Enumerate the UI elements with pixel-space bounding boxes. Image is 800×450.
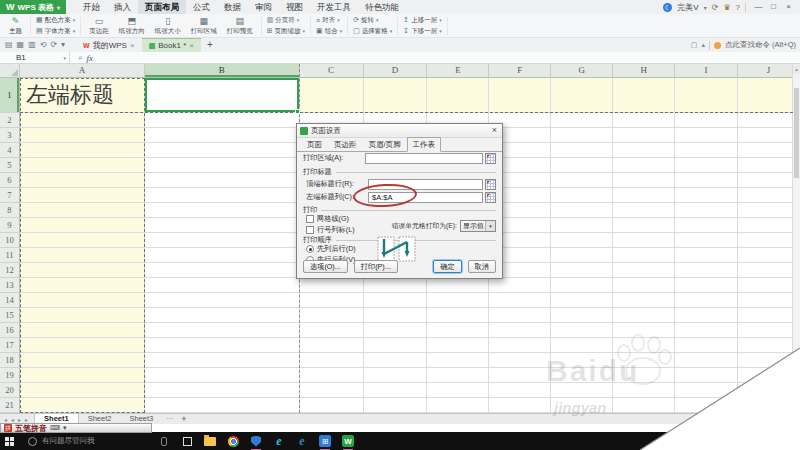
ime-label[interactable]: 五笔拼音 <box>15 423 47 434</box>
cell-D14[interactable] <box>364 293 428 308</box>
cell-I20[interactable] <box>675 383 738 398</box>
cell-B11[interactable] <box>145 248 300 263</box>
window-icon[interactable]: ▢ <box>691 41 698 49</box>
cell-I18[interactable] <box>675 353 738 368</box>
cell-G5[interactable] <box>551 158 613 173</box>
cell-G13[interactable] <box>551 278 613 293</box>
cell-H3[interactable] <box>613 128 675 143</box>
cell-I8[interactable] <box>675 203 738 218</box>
column-header-E[interactable]: E <box>427 64 489 78</box>
cell-A3[interactable] <box>20 128 145 143</box>
task-view-icon[interactable] <box>183 437 192 446</box>
ribbon-item-组合[interactable]: ▣组合▾ <box>314 26 344 36</box>
cell-A12[interactable] <box>20 263 145 278</box>
cell-C18[interactable] <box>300 353 364 368</box>
chrome-icon[interactable] <box>228 436 239 447</box>
menu-tab-审阅[interactable]: 审阅 <box>248 0 279 14</box>
menu-tab-页面布局[interactable]: 页面布局 <box>138 0 186 14</box>
row-header-13[interactable]: 13 <box>0 278 20 293</box>
maximize-button[interactable]: □ <box>766 0 781 14</box>
menu-tab-插入[interactable]: 插入 <box>107 0 138 14</box>
cell-G10[interactable] <box>551 233 613 248</box>
cell-J8[interactable] <box>738 203 800 218</box>
cell-F1[interactable] <box>489 78 551 113</box>
cell-F21[interactable] <box>489 398 551 413</box>
menu-tab-开始[interactable]: 开始 <box>76 0 107 14</box>
cell-H2[interactable] <box>613 113 675 128</box>
minimize-button[interactable]: — <box>751 0 766 14</box>
cell-B16[interactable] <box>145 323 300 338</box>
cell-H4[interactable] <box>613 143 675 158</box>
close-icon[interactable]: × <box>490 124 499 137</box>
cell-H1[interactable] <box>613 78 675 113</box>
close-icon[interactable]: × <box>130 41 135 50</box>
cell-A15[interactable] <box>20 308 145 323</box>
row-header-12[interactable]: 12 <box>0 263 20 278</box>
print-button[interactable]: 打印(P)... <box>354 260 398 273</box>
cell-J19[interactable] <box>738 368 800 383</box>
cell-H17[interactable] <box>613 338 675 353</box>
cancel-button[interactable]: 取消 <box>468 260 496 273</box>
ribbon-item-下移一层[interactable]: ↧下移一层▾ <box>401 26 443 36</box>
cell-A16[interactable] <box>20 323 145 338</box>
cell-I16[interactable] <box>675 323 738 338</box>
ribbon-item-选择窗格[interactable]: ▢选择窗格▾ <box>351 26 394 36</box>
row-header-7[interactable]: 7 <box>0 188 20 203</box>
cell-A17[interactable] <box>20 338 145 353</box>
cell-A9[interactable] <box>20 218 145 233</box>
cell-F14[interactable] <box>489 293 551 308</box>
cell-C17[interactable] <box>300 338 364 353</box>
scrollbar-thumb[interactable] <box>794 88 799 178</box>
dialog-tab-sheet[interactable]: 工作表 <box>407 137 442 152</box>
cell-C13[interactable] <box>300 278 364 293</box>
cell-B18[interactable] <box>145 353 300 368</box>
vip-icon[interactable]: ♛ <box>723 3 730 12</box>
cell-H21[interactable] <box>613 398 675 413</box>
cell-I10[interactable] <box>675 233 738 248</box>
row-col-checkbox[interactable] <box>306 226 314 234</box>
row-header-11[interactable]: 11 <box>0 248 20 263</box>
cell-J1[interactable] <box>738 78 800 113</box>
close-button[interactable]: × <box>781 0 796 14</box>
vertical-scrollbar[interactable]: ▴ <box>792 64 800 413</box>
cell-J16[interactable] <box>738 323 800 338</box>
row-header-6[interactable]: 6 <box>0 173 20 188</box>
cell-G8[interactable] <box>551 203 613 218</box>
print-icon[interactable]: ▥ <box>28 38 36 52</box>
cell-B12[interactable] <box>145 263 300 278</box>
taskbar-search[interactable]: 有问题尽管问我 <box>24 432 153 450</box>
cell-H7[interactable] <box>613 188 675 203</box>
row-header-1[interactable]: 1 <box>0 78 20 113</box>
cell-G18[interactable] <box>551 353 613 368</box>
row-header-18[interactable]: 18 <box>0 353 20 368</box>
cell-A4[interactable] <box>20 143 145 158</box>
cell-F15[interactable] <box>489 308 551 323</box>
cell-B7[interactable] <box>145 188 300 203</box>
cell-J9[interactable] <box>738 218 800 233</box>
row-header-2[interactable]: 2 <box>0 113 20 128</box>
row-header-14[interactable]: 14 <box>0 293 20 308</box>
cell-C21[interactable] <box>300 398 364 413</box>
row-header-4[interactable]: 4 <box>0 143 20 158</box>
ribbon-item-上移一层[interactable]: ↥上移一层▾ <box>401 15 443 25</box>
ribbon-item-分页符[interactable]: ▥分页符▾ <box>265 15 307 25</box>
cell-G20[interactable] <box>551 383 613 398</box>
cell-E20[interactable] <box>427 383 489 398</box>
new-tab-button[interactable]: + <box>201 38 219 52</box>
cell-A20[interactable] <box>20 383 145 398</box>
save-icon[interactable]: ▦ <box>17 38 25 52</box>
cell-E13[interactable] <box>427 278 489 293</box>
cell-I6[interactable] <box>675 173 738 188</box>
fill-handle[interactable] <box>295 109 300 114</box>
ribbon-item-主题[interactable]: ✎主题 <box>4 15 27 37</box>
find-command-hint[interactable]: 点此查找命令 (Alt+Q) <box>725 40 796 50</box>
cell-G15[interactable] <box>551 308 613 323</box>
cell-G7[interactable] <box>551 188 613 203</box>
cell-I21[interactable] <box>675 398 738 413</box>
cell-G16[interactable] <box>551 323 613 338</box>
row-header-3[interactable]: 3 <box>0 128 20 143</box>
close-icon[interactable]: × <box>189 41 194 50</box>
cell-C20[interactable] <box>300 383 364 398</box>
cell-G1[interactable] <box>551 78 613 113</box>
cell-G14[interactable] <box>551 293 613 308</box>
